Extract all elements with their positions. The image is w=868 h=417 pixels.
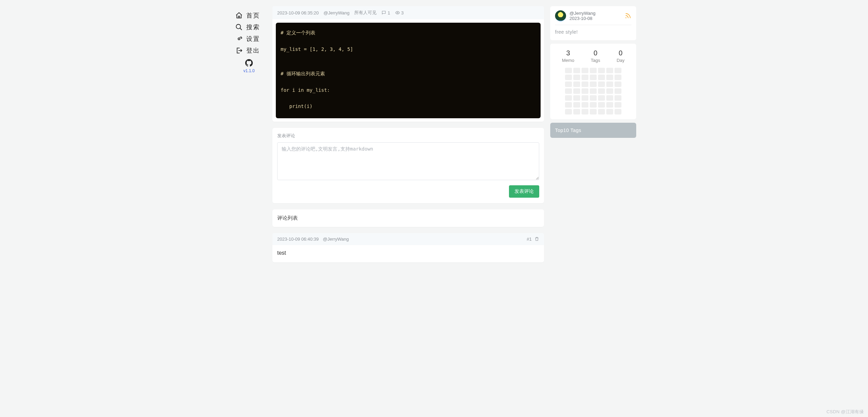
heatmap-cell[interactable] [573,88,580,94]
heatmap-cell[interactable] [615,95,621,101]
heatmap-cell[interactable] [573,81,580,87]
heatmap-cell[interactable] [565,68,572,73]
stat-tags: 0 Tags [591,49,600,63]
profile-card: @JerryWang 2023-10-08 free style! [550,6,636,40]
heatmap-cell[interactable] [598,68,605,73]
svg-point-2 [397,12,398,13]
comment-textarea[interactable] [277,142,539,180]
top-tags-title: Top10 Tags [555,128,581,133]
heatmap-cell[interactable] [606,75,613,80]
heatmap-cell[interactable] [565,102,572,108]
memo-visibility: 所有人可见 [354,10,377,16]
heatmap-cell[interactable] [590,109,597,114]
main-column: 2023-10-09 06:35:20 @JerryWang 所有人可见 1 3… [272,6,544,417]
heatmap-cell[interactable] [598,102,605,108]
memo-timestamp: 2023-10-09 06:35:20 [277,10,319,15]
heatmap-cell[interactable] [582,75,588,80]
heatmap-cell[interactable] [615,75,621,80]
comment-box-card: 发表评论 发表评论 [272,128,544,203]
heatmap-cell[interactable] [606,109,613,114]
heatmap-cell[interactable] [590,75,597,80]
heatmap-cell[interactable] [582,95,588,101]
nav-logout[interactable]: 登出 [235,45,263,56]
comment-timestamp: 2023-10-09 06:40:39 [277,237,319,242]
submit-comment-button[interactable]: 发表评论 [509,185,539,198]
comment-list-header-card: 评论列表 [272,209,544,227]
nav-home-label: 首页 [246,11,260,20]
top-tags-card: Top10 Tags [550,123,636,138]
right-column: @JerryWang 2023-10-08 free style! 3 Memo… [550,6,636,417]
memo-author[interactable]: @JerryWang [324,10,350,15]
eye-icon [395,10,400,15]
heatmap-cell[interactable] [615,81,621,87]
trash-icon[interactable] [534,237,539,241]
heatmap-cell[interactable] [582,68,588,73]
svg-point-0 [236,24,241,29]
logout-icon [235,47,243,54]
rss-button[interactable] [625,12,631,20]
heatmap-cell[interactable] [598,109,605,114]
nav-search[interactable]: 搜索 [235,21,263,33]
stat-memo: 3 Memo [562,49,574,63]
heatmap-cell[interactable] [615,109,621,114]
heatmap-cell[interactable] [582,102,588,108]
avatar[interactable] [555,10,566,21]
heatmap-cell[interactable] [590,102,597,108]
heatmap-cell[interactable] [573,102,580,108]
heatmap-cell[interactable] [582,81,588,87]
heatmap-cell[interactable] [573,68,580,73]
home-icon [235,12,243,19]
github-link[interactable] [245,59,253,68]
version-label: v1.1.0 [243,68,255,73]
heatmap-cell[interactable] [582,88,588,94]
heatmap-cell[interactable] [606,102,613,108]
comment-body: test [272,245,544,262]
profile-username[interactable]: @JerryWang [569,11,596,16]
memo-card: 2023-10-09 06:35:20 @JerryWang 所有人可见 1 3… [272,6,544,122]
nav-settings-label: 设置 [246,35,260,43]
comment-icon [381,10,386,15]
heatmap-cell[interactable] [598,95,605,101]
heatmap-cell[interactable] [590,88,597,94]
heatmap-cell[interactable] [615,102,621,108]
heatmap-cell[interactable] [598,88,605,94]
comment-author[interactable]: @JerryWang [323,237,349,242]
heatmap-cell[interactable] [606,68,613,73]
heatmap-cell[interactable] [590,95,597,101]
memo-comment-count: 1 [388,10,390,15]
heatmap-cell[interactable] [598,75,605,80]
stats-card: 3 Memo 0 Tags 0 Day [550,44,636,119]
heatmap-cell[interactable] [615,88,621,94]
heatmap-cell[interactable] [606,95,613,101]
stat-memo-num: 3 [562,49,574,57]
heatmap-cell[interactable] [565,75,572,80]
heatmap-cell[interactable] [573,75,580,80]
github-icon [245,59,253,67]
sidebar: 首页 搜索 设置 登出 v1.1.0 [232,6,266,417]
heatmap-cell[interactable] [565,88,572,94]
heatmap-cell[interactable] [606,81,613,87]
heatmap-cell[interactable] [615,68,621,73]
memo-comment-count-group: 1 [381,10,390,15]
heatmap-cell[interactable] [582,109,588,114]
heatmap-cell[interactable] [606,88,613,94]
heatmap-cell[interactable] [590,81,597,87]
stat-day-num: 0 [617,49,625,57]
stat-tags-label: Tags [591,58,600,63]
memo-header: 2023-10-09 06:35:20 @JerryWang 所有人可见 1 3 [272,6,544,19]
comment-list-header: 评论列表 [272,209,544,227]
heatmap-cell[interactable] [590,68,597,73]
heatmap-cell[interactable] [565,81,572,87]
nav-settings[interactable]: 设置 [235,33,263,45]
profile-slogan: free style! [555,25,631,35]
heatmap-cell[interactable] [573,95,580,101]
memo-body: # 定义一个列表 my_list = [1, 2, 3, 4, 5] # 循环输… [272,19,544,122]
nav-search-label: 搜索 [246,23,260,31]
comment-item: 2023-10-09 06:40:39 @JerryWang #1 test [272,233,544,262]
heatmap-cell[interactable] [573,109,580,114]
nav-home[interactable]: 首页 [235,10,263,21]
heatmap-cell[interactable] [565,95,572,101]
heatmap-cell[interactable] [565,109,572,114]
memo-code-block: # 定义一个列表 my_list = [1, 2, 3, 4, 5] # 循环输… [276,23,541,118]
heatmap-cell[interactable] [598,81,605,87]
